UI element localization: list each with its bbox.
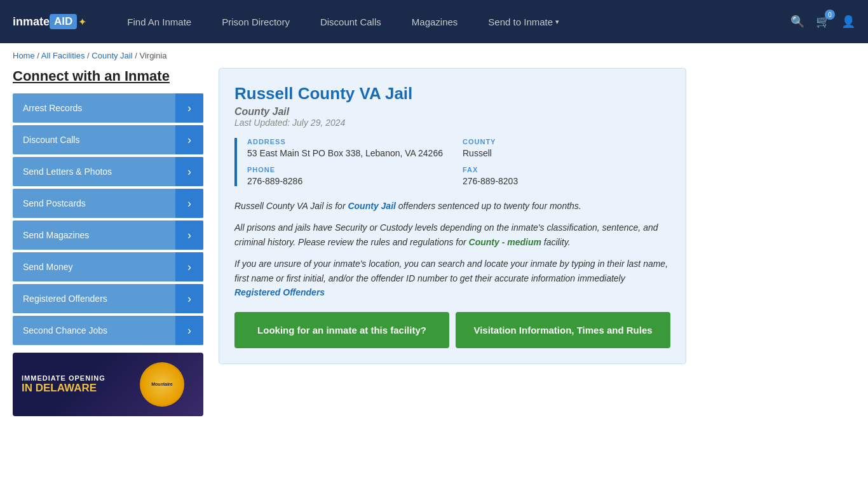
fax-block: FAX 276-889-8203 <box>463 166 670 186</box>
address-label: ADDRESS <box>247 138 455 146</box>
sidebar-item-second-chance-jobs[interactable]: Second Chance Jobs › <box>13 316 203 345</box>
facility-content: Russell County VA Jail County Jail Last … <box>219 68 686 416</box>
sidebar-label-send-money: Send Money <box>13 253 175 281</box>
logo[interactable]: inmate AID ✦ <box>13 14 86 29</box>
ad-brand-text: Mountaire <box>151 382 172 387</box>
cart-icon[interactable]: 🛒0 <box>816 15 830 29</box>
cart-badge: 0 <box>825 10 835 20</box>
phone-value: 276-889-8286 <box>247 176 455 186</box>
county-medium-link[interactable]: County - medium <box>469 237 541 247</box>
sidebar-item-registered-offenders[interactable]: Registered Offenders › <box>13 284 203 313</box>
sidebar-arrow-0: › <box>175 93 203 123</box>
sidebar-label-registered-offenders: Registered Offenders <box>13 285 175 313</box>
nav-discount-calls[interactable]: Discount Calls <box>305 0 397 43</box>
sidebar-item-send-money[interactable]: Send Money › <box>13 252 203 281</box>
fax-value: 276-889-8203 <box>463 176 670 186</box>
sidebar-arrow-2: › <box>175 157 203 186</box>
phone-block: PHONE 276-889-8286 <box>247 166 455 186</box>
breadcrumb-all-facilities[interactable]: All Facilities <box>41 51 85 60</box>
logo-inmate-text: inmate <box>13 15 50 29</box>
ad-brand-circle: Mountaire <box>140 362 184 407</box>
sidebar-menu: Arrest Records › Discount Calls › Send L… <box>13 93 203 345</box>
nav-icons: 🔍 🛒0 👤 <box>790 15 855 29</box>
breadcrumb-home[interactable]: Home <box>13 51 35 60</box>
logo-aid-badge: AID <box>50 14 77 29</box>
breadcrumb: Home / All Facilities / County Jail / Vi… <box>0 43 868 68</box>
facility-type: County Jail <box>234 106 670 118</box>
sidebar-title: Connect with an Inmate <box>13 68 203 85</box>
county-value: Russell <box>463 148 670 158</box>
sidebar-arrow-3: › <box>175 189 203 218</box>
logo-bird-icon: ✦ <box>78 16 86 28</box>
breadcrumb-county-jail[interactable]: County Jail <box>92 51 132 60</box>
sidebar-item-send-letters[interactable]: Send Letters & Photos › <box>13 157 203 186</box>
sidebar-arrow-7: › <box>175 316 203 345</box>
address-value: 53 East Main St PO Box 338, Lebanon, VA … <box>247 148 455 158</box>
nav-send-to-inmate[interactable]: Send to Inmate▾ <box>473 0 574 43</box>
cta-visitation-button[interactable]: Visitation Information, Times and Rules <box>456 312 670 348</box>
sidebar-label-send-magazines: Send Magazines <box>13 221 175 249</box>
fax-label: FAX <box>463 166 670 173</box>
facility-card: Russell County VA Jail County Jail Last … <box>219 68 686 364</box>
facility-name: Russell County VA Jail <box>234 84 670 104</box>
county-label: COUNTY <box>463 138 670 146</box>
county-block: COUNTY Russell <box>463 138 670 158</box>
main-layout: Connect with an Inmate Arrest Records › … <box>0 68 699 435</box>
sidebar-label-arrest-records: Arrest Records <box>13 94 175 122</box>
search-icon[interactable]: 🔍 <box>790 15 804 29</box>
registered-offenders-link[interactable]: Registered Offenders <box>234 287 325 297</box>
description-2: All prisons and jails have Security or C… <box>234 220 670 249</box>
ad-banner[interactable]: IMMEDIATE OPENING IN DELAWARE Mountaire <box>13 353 203 416</box>
navbar: inmate AID ✦ Find An Inmate Prison Direc… <box>0 0 868 43</box>
cta-buttons: Looking for an inmate at this facility? … <box>234 312 670 348</box>
nav-find-inmate[interactable]: Find An Inmate <box>112 0 207 43</box>
description-1: Russell County VA Jail is for County Jai… <box>234 199 670 213</box>
cta-find-inmate-button[interactable]: Looking for an inmate at this facility? <box>234 312 449 348</box>
sidebar-arrow-5: › <box>175 252 203 281</box>
sidebar-item-discount-calls[interactable]: Discount Calls › <box>13 125 203 154</box>
sidebar-item-arrest-records[interactable]: Arrest Records › <box>13 93 203 123</box>
facility-info-grid: ADDRESS 53 East Main St PO Box 338, Leba… <box>234 138 670 186</box>
facility-updated: Last Updated: July 29, 2024 <box>234 118 670 128</box>
nav-magazines[interactable]: Magazines <box>397 0 473 43</box>
user-icon[interactable]: 👤 <box>841 15 855 29</box>
phone-label: PHONE <box>247 166 455 173</box>
sidebar-label-discount-calls: Discount Calls <box>13 126 175 154</box>
nav-prison-directory[interactable]: Prison Directory <box>207 0 305 43</box>
address-block: ADDRESS 53 East Main St PO Box 338, Leba… <box>247 138 455 158</box>
sidebar-arrow-1: › <box>175 125 203 154</box>
description-3: If you are unsure of your inmate's locat… <box>234 257 670 299</box>
sidebar-label-second-chance-jobs: Second Chance Jobs <box>13 316 175 344</box>
sidebar: Connect with an Inmate Arrest Records › … <box>13 68 203 416</box>
sidebar-arrow-4: › <box>175 220 203 250</box>
breadcrumb-state: Virginia <box>139 51 166 60</box>
county-jail-link[interactable]: County Jail <box>348 201 395 211</box>
nav-links: Find An Inmate Prison Directory Discount… <box>112 0 790 43</box>
sidebar-label-send-letters: Send Letters & Photos <box>13 158 175 186</box>
sidebar-label-send-postcards: Send Postcards <box>13 189 175 217</box>
sidebar-item-send-postcards[interactable]: Send Postcards › <box>13 189 203 218</box>
sidebar-arrow-6: › <box>175 284 203 313</box>
sidebar-item-send-magazines[interactable]: Send Magazines › <box>13 220 203 250</box>
